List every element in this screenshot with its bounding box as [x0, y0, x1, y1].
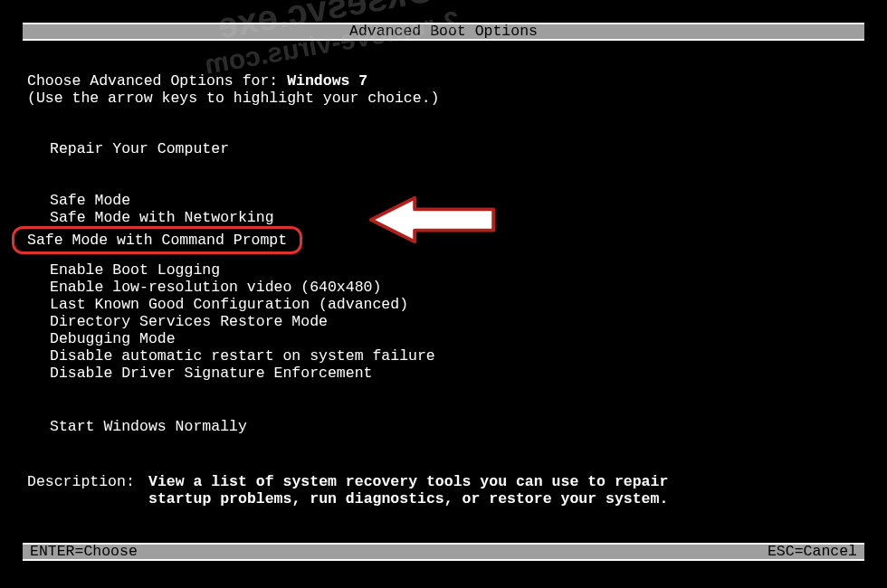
- description-text1: View a list of system recovery tools you…: [148, 473, 668, 490]
- menu-repair-your-computer[interactable]: Repair Your Computer: [27, 140, 860, 157]
- title-bar: Advanced Boot Options: [23, 23, 864, 41]
- footer-bottom-border: [23, 559, 864, 561]
- footer-bar: ENTER=Choose ESC=Cancel: [23, 543, 864, 561]
- pointer-arrow-icon: [367, 193, 498, 247]
- menu-last-known-good[interactable]: Last Known Good Configuration (advanced): [27, 296, 860, 313]
- group-repair: Repair Your Computer: [27, 140, 860, 157]
- svg-marker-0: [371, 198, 493, 242]
- footer-top-border: [23, 543, 864, 545]
- menu-start-normally[interactable]: Start Windows Normally: [27, 418, 860, 435]
- description-text2: startup problems, run diagnostics, or re…: [148, 490, 668, 507]
- intro-line2: (Use the arrow keys to highlight your ch…: [27, 90, 860, 107]
- highlight-ring: Safe Mode with Command Prompt: [12, 226, 302, 254]
- description-row2: startup problems, run diagnostics, or re…: [27, 490, 860, 507]
- menu-debugging-mode[interactable]: Debugging Mode: [27, 330, 860, 347]
- menu-dsrm[interactable]: Directory Services Restore Mode: [27, 313, 860, 330]
- description-label: Description:: [27, 473, 148, 490]
- menu-enable-low-res[interactable]: Enable low-resolution video (640x480): [27, 279, 860, 296]
- group-advanced: Enable Boot Logging Enable low-resolutio…: [27, 261, 860, 382]
- footer-esc: ESC=Cancel: [768, 543, 857, 561]
- intro-block: Choose Advanced Options for: Windows 7 (…: [27, 72, 860, 107]
- os-name: Windows 7: [287, 72, 367, 90]
- intro-line1: Choose Advanced Options for: Windows 7: [27, 72, 860, 90]
- description-block: Description:View a list of system recove…: [27, 473, 860, 507]
- title-top-border: [23, 23, 864, 24]
- menu-enable-boot-logging[interactable]: Enable Boot Logging: [27, 261, 860, 279]
- menu-disable-auto-restart[interactable]: Disable automatic restart on system fail…: [27, 347, 860, 365]
- group-normal: Start Windows Normally: [27, 418, 860, 435]
- boot-screen: Advanced Boot Options Oksesvc.exe 2-remo…: [23, 23, 864, 561]
- footer-enter: ENTER=Choose: [30, 543, 138, 561]
- title-text: Advanced Boot Options: [349, 23, 538, 40]
- title-bottom-border: [23, 39, 864, 41]
- description-row1: Description:View a list of system recove…: [27, 473, 860, 490]
- menu-disable-driver-sig[interactable]: Disable Driver Signature Enforcement: [27, 365, 860, 382]
